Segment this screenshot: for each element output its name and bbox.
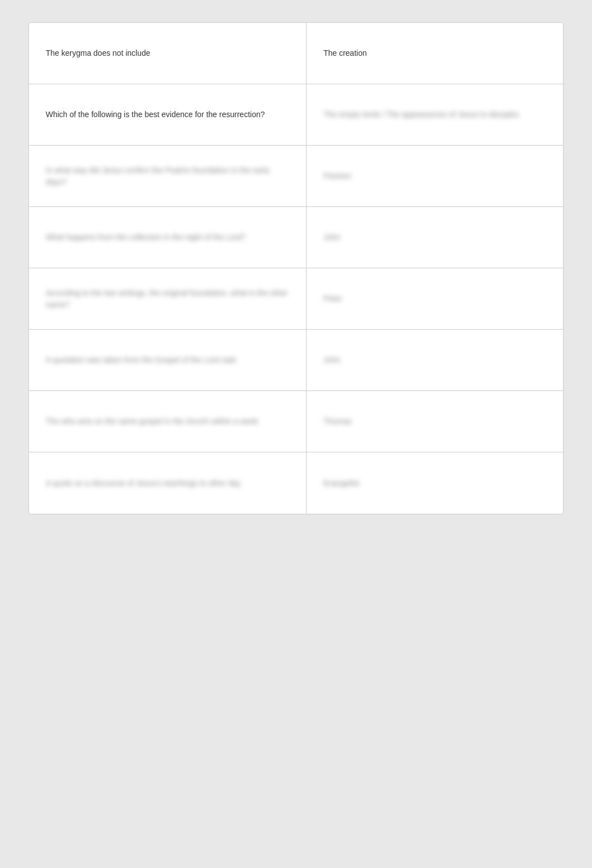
answer-column: Passion — [307, 146, 563, 206]
question-text: According to the two writings, the origi… — [46, 287, 289, 311]
table-row: In what way did Jesus confirm the Psalms… — [29, 146, 563, 207]
question-column: A quotation was taken from the Gospel of… — [29, 330, 307, 390]
table-row: What happens from the collection in the … — [29, 207, 563, 268]
page-container: The kerygma does not include The creatio… — [28, 22, 564, 514]
question-column: In what way did Jesus confirm the Psalms… — [29, 146, 307, 206]
question-column: What happens from the collection in the … — [29, 207, 307, 268]
question-text: In what way did Jesus confirm the Psalms… — [46, 165, 289, 188]
table-row: A quotation was taken from the Gospel of… — [29, 330, 563, 391]
question-text: The kerygma does not include — [46, 47, 151, 59]
answer-text: Evangelist — [323, 478, 360, 489]
table-row: According to the two writings, the origi… — [29, 268, 563, 330]
answer-text: John — [323, 232, 340, 243]
answer-text: The creation — [323, 47, 367, 59]
question-text: A quotation was taken from the Gospel of… — [46, 354, 236, 366]
question-column: A quote on a discourse of Jesus's teachi… — [29, 452, 307, 514]
answer-text: Peter — [323, 293, 342, 305]
answer-column: The empty tomb / The appearances of Jesu… — [307, 84, 563, 145]
question-text: The who acts on the same gospel in the c… — [46, 416, 258, 427]
answer-text: John — [323, 354, 340, 366]
answer-column: Thomas — [307, 391, 563, 452]
answer-text: The empty tomb / The appearances of Jesu… — [323, 109, 519, 120]
question-column: The kerygma does not include — [29, 23, 307, 84]
answer-text: Passion — [323, 170, 351, 182]
answer-column: Evangelist — [307, 452, 563, 514]
table-row: A quote on a discourse of Jesus's teachi… — [29, 452, 563, 514]
table-row: The who acts on the same gospel in the c… — [29, 391, 563, 452]
question-text: Which of the following is the best evide… — [46, 109, 265, 120]
answer-column: Peter — [307, 268, 563, 329]
answer-column: John — [307, 207, 563, 268]
table-row: Which of the following is the best evide… — [29, 84, 563, 146]
question-text: A quote on a discourse of Jesus's teachi… — [46, 478, 241, 489]
table-row: The kerygma does not include The creatio… — [29, 23, 563, 84]
question-column: According to the two writings, the origi… — [29, 268, 307, 329]
answer-column: The creation — [307, 23, 563, 84]
question-text: What happens from the collection in the … — [46, 232, 246, 243]
table-container: The kerygma does not include The creatio… — [29, 23, 563, 514]
answer-text: Thomas — [323, 416, 352, 427]
question-column: Which of the following is the best evide… — [29, 84, 307, 145]
answer-column: John — [307, 330, 563, 390]
question-column: The who acts on the same gospel in the c… — [29, 391, 307, 452]
